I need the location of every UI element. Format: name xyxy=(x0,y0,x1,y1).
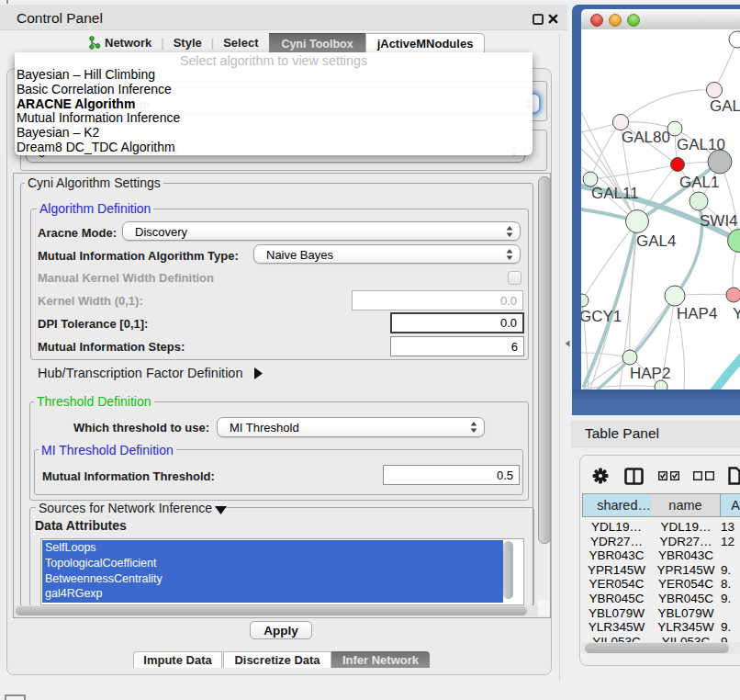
svg-text:HAP2: HAP2 xyxy=(630,365,670,382)
svg-text:GAL80: GAL80 xyxy=(622,129,670,146)
svg-text:GCY1: GCY1 xyxy=(581,308,622,325)
svg-text:GAL4: GAL4 xyxy=(636,232,676,250)
svg-text:SWI4: SWI4 xyxy=(700,212,738,230)
svg-text:GAL10: GAL10 xyxy=(677,136,725,153)
svg-text:HAP4: HAP4 xyxy=(677,305,717,322)
svg-text:GAL1: GAL1 xyxy=(679,174,719,191)
svg-text:GAL11: GAL11 xyxy=(591,185,639,202)
svg-text:YM: YM xyxy=(733,305,740,322)
svg-text:GAL7: GAL7 xyxy=(710,97,740,115)
